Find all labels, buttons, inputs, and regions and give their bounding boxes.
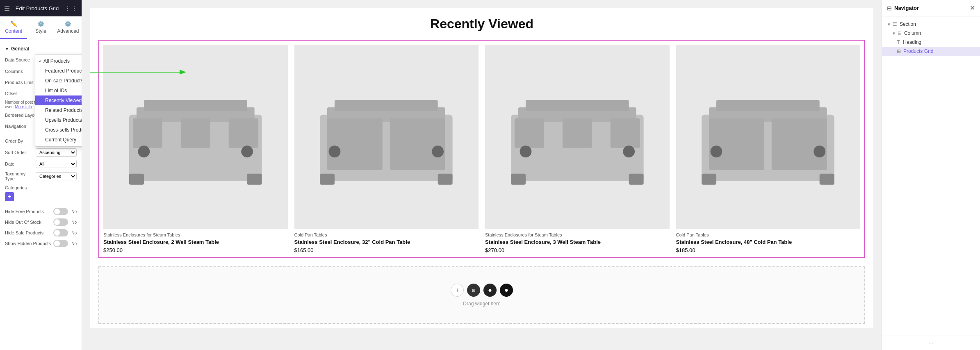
add-widget-button[interactable]: +	[451, 284, 464, 297]
hide-out-of-stock-toggle-label: No	[71, 220, 77, 225]
sort-order-label: Sort Order	[5, 150, 36, 155]
drop-zone-text: Drag widget here	[463, 301, 500, 307]
product-name: Stainless Steel Enclosure, 2 Well Steam …	[103, 239, 288, 246]
svg-point-19	[329, 145, 341, 157]
categories-row: Categories +	[0, 183, 82, 203]
taxonomy-type-select[interactable]: Categories	[36, 172, 77, 180]
right-panel: ⊟ Navigator ✕ ▼ ☰ Section ▼ ⊟ Column T H…	[882, 0, 980, 350]
svg-rect-9	[229, 118, 258, 148]
hide-sale-toggle-label: No	[71, 231, 77, 235]
date-label: Date	[5, 161, 36, 166]
product-price: $185.00	[676, 247, 861, 253]
page-title: Recently Viewed	[90, 8, 873, 36]
hide-free-label: Hide Free Products	[5, 209, 53, 214]
dropdown-item-list-ids[interactable]: List of IDs	[35, 86, 82, 95]
svg-rect-28	[611, 118, 640, 148]
grid-widget-button[interactable]: ⊞	[467, 284, 480, 297]
chevron-down-icon: ▼	[892, 31, 896, 36]
navigation-label: Navigation	[5, 124, 36, 129]
svg-point-38	[711, 145, 722, 157]
navigator-collapse-icon[interactable]: ⊟	[887, 5, 892, 11]
product-category: Stainless Enclosures for Steam Tables	[485, 232, 670, 237]
drop-zone-buttons: + ⊞ ● ●	[451, 284, 513, 297]
navigator-tree: ▼ ☰ Section ▼ ⊟ Column T Heading ⊞ Produ…	[882, 16, 980, 336]
dropdown-item-on-sale[interactable]: On-sale Products	[35, 76, 82, 86]
svg-rect-6	[247, 174, 262, 185]
svg-rect-18	[390, 118, 445, 170]
svg-point-10	[138, 145, 150, 157]
hamburger-icon[interactable]: ☰	[4, 5, 10, 12]
hide-out-of-stock-toggle[interactable]	[53, 218, 68, 226]
sort-order-select[interactable]: Ascending	[36, 148, 77, 157]
tab-content[interactable]: ✏️ Content	[0, 16, 27, 39]
product-name: Stainless Steel Enclosure, 32" Cold Pan …	[294, 239, 479, 246]
date-select[interactable]: All	[36, 160, 77, 168]
svg-rect-7	[133, 118, 162, 148]
general-section-header[interactable]: ▼ General	[0, 43, 82, 54]
navigator-column-label: Column	[904, 30, 921, 36]
svg-rect-24	[511, 174, 526, 185]
tab-advanced-label: Advanced	[57, 28, 79, 34]
product-price: $270.00	[485, 247, 670, 253]
dropdown-item-featured[interactable]: Featured Products	[35, 66, 82, 76]
panel-title: Edit Products Grid	[16, 5, 59, 11]
product-name: Stainless Steel Enclosure, 48" Cold Pan …	[676, 239, 861, 246]
navigator-item-column[interactable]: ▼ ⊟ Column	[882, 29, 980, 38]
tab-style[interactable]: ⚙️ Style	[27, 16, 54, 39]
general-label: General	[11, 46, 30, 52]
svg-point-11	[241, 145, 253, 157]
svg-point-29	[520, 145, 532, 157]
svg-rect-15	[320, 174, 335, 185]
products-grid-icon: ⊞	[897, 48, 901, 54]
navigator-section-label: Section	[900, 21, 916, 27]
darker-widget-button[interactable]: ●	[500, 284, 513, 297]
dropdown-item-recently-viewed[interactable]: Recently Viewed Products	[35, 95, 82, 105]
add-category-button[interactable]: +	[5, 192, 14, 201]
style-icon: ⚙️	[37, 20, 44, 27]
dropdown-item-crosssells[interactable]: Cross-sells Products	[35, 125, 82, 135]
navigator-close-icon[interactable]: ✕	[970, 4, 975, 12]
navigator-footer: ···	[882, 336, 980, 350]
navigator-products-grid-label: Products Grid	[903, 48, 933, 54]
pencil-icon: ✏️	[10, 20, 17, 27]
dark-widget-button[interactable]: ●	[483, 284, 497, 297]
dropdown-item-upsells[interactable]: Upsells Products	[35, 115, 82, 125]
show-hidden-row: Show Hidden Products No	[0, 238, 82, 249]
dropdown-item-all-products[interactable]: All Products	[35, 56, 82, 66]
navigator-item-products-grid[interactable]: ⊞ Products Grid	[882, 47, 980, 56]
navigator-title: Navigator	[894, 5, 919, 11]
show-hidden-label: Show Hidden Products	[5, 241, 53, 246]
drop-zone[interactable]: + ⊞ ● ● Drag widget here	[98, 266, 865, 324]
offset-more-info-link[interactable]: More info	[15, 105, 32, 109]
product-card: Stainless Enclosures for Steam Tables St…	[103, 45, 288, 253]
product-category: Stainless Enclosures for Steam Tables	[103, 232, 288, 237]
dropdown-item-current-query[interactable]: Current Query	[35, 135, 82, 145]
svg-rect-27	[563, 118, 592, 148]
navigator-item-section[interactable]: ▼ ☰ Section	[882, 20, 980, 29]
hide-free-toggle[interactable]	[53, 208, 68, 215]
svg-rect-37	[772, 118, 827, 170]
categories-label: Categories	[5, 185, 27, 190]
panel-tabs: ✏️ Content ⚙️ Style ⚙️ Advanced	[0, 16, 82, 39]
svg-rect-36	[709, 118, 764, 170]
product-name: Stainless Steel Enclosure, 3 Well Steam …	[485, 239, 670, 246]
dropdown-item-related[interactable]: Related Products	[35, 105, 82, 115]
product-price: $165.00	[294, 247, 479, 253]
show-hidden-toggle[interactable]	[53, 240, 68, 247]
product-card: Cold Pan Tables Stainless Steel Enclosur…	[294, 45, 479, 253]
grid-icon[interactable]: ⋮⋮	[64, 5, 77, 12]
hide-free-toggle-label: No	[71, 209, 77, 214]
hide-sale-toggle[interactable]	[53, 229, 68, 236]
navigator-item-heading[interactable]: T Heading	[882, 38, 980, 47]
tab-content-label: Content	[5, 28, 22, 34]
navigator-more-options[interactable]: ···	[928, 339, 934, 347]
product-image	[485, 45, 670, 229]
sort-order-row: Sort Order Ascending	[0, 147, 82, 158]
product-image	[676, 45, 861, 229]
tab-advanced[interactable]: ⚙️ Advanced	[55, 16, 82, 39]
data-source-dropdown[interactable]: All Products Featured Products On-sale P…	[35, 54, 82, 147]
product-category: Cold Pan Tables	[294, 232, 479, 237]
taxonomy-type-row: Taxonomy Type Categories	[0, 170, 82, 183]
taxonomy-type-label: Taxonomy Type	[5, 171, 36, 181]
svg-rect-14	[335, 100, 438, 111]
